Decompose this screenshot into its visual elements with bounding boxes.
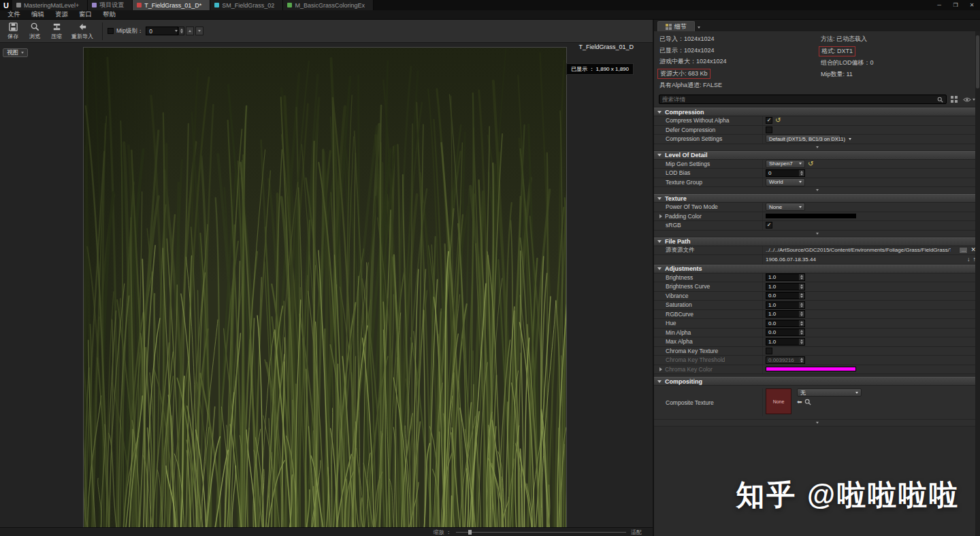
unreal-texture-editor-window: U MasteringMatLevel+ 项目设置 T_FieldGrass_0… [0,0,980,536]
displayed-size-badge: 已显示 ： 1,890 x 1,890 [566,63,634,75]
srgb-checkbox[interactable]: ✓ [766,222,772,229]
tab-texture-fieldgrass[interactable]: T_FieldGrass_01_D* [133,0,210,10]
minimize-icon[interactable]: ─ [931,0,947,10]
tab-overflow-icon[interactable] [698,27,700,29]
padding-color-swatch[interactable] [766,214,856,218]
texture-group-dropdown[interactable]: World [766,178,805,186]
view-options-button[interactable] [962,96,977,103]
section-more-expander[interactable] [654,187,980,194]
compression-settings-dropdown[interactable]: Default (DXT1/5, BC1/3 on DX11) [766,135,840,143]
compress-button[interactable]: 压缩 [46,20,67,42]
collapsed-arrow-icon[interactable] [659,214,662,218]
row-compression-settings: Compression Settings Default (DXT1/5, BC… [654,135,980,144]
zoom-slider[interactable] [456,532,626,533]
tab-mastering-mat-level[interactable]: MasteringMatLevel+ [12,0,88,10]
section-adjustments[interactable]: Adjustments [654,265,980,273]
hue-spinbox[interactable]: 0.0 [766,320,805,327]
menu-edit[interactable]: 编辑 [26,10,50,19]
row-power-of-two-mode: Power Of Two Mode None [654,203,980,212]
row-hue: Hue 0.0 [654,319,980,329]
fit-label[interactable]: 适配 [631,529,642,536]
watermark-text: 知乎 @啦啦啦啦 [736,476,960,514]
lod-bias-spinbox[interactable]: 0 [766,169,805,177]
section-compression[interactable]: Compression [654,107,980,116]
composite-texture-dropdown[interactable]: 无 [797,388,862,397]
rgbcurve-spinbox[interactable]: 1.0 [766,310,805,318]
section-texture[interactable]: Texture [654,194,980,203]
mip-level-spinner[interactable] [178,27,184,35]
chevron-down-icon [816,189,819,191]
export-down-icon[interactable]: ↓ [967,256,970,263]
mip-level-dropdown[interactable]: 0 [146,27,178,35]
min-alpha-spinbox[interactable]: 0.0 [766,329,805,336]
power-of-two-mode-dropdown[interactable]: None [766,203,805,211]
find-in-browser-icon[interactable] [804,399,811,405]
save-button[interactable]: 保存 [2,20,24,42]
section-compositing[interactable]: Compositing [654,377,980,386]
reimport-button[interactable]: 重新导入 [67,20,97,42]
spinner-down-icon [800,324,803,326]
tab-project-settings[interactable]: 项目设置 [88,0,133,10]
chevron-down-icon [799,163,802,165]
browse-button[interactable]: 浏览 [24,20,46,42]
maximize-icon[interactable]: ❒ [947,0,964,10]
search-input[interactable] [662,96,935,103]
spinner-down-icon [800,333,803,335]
source-file-path[interactable]: ../../../ArtSource/GDC2015/Content/Envir… [766,247,951,253]
menu-window[interactable]: 窗口 [74,10,97,19]
tab-staticmesh-fieldgrass[interactable]: SM_FieldGrass_02 [210,0,283,10]
level-icon [16,3,21,7]
reset-to-default-icon[interactable]: ↺ [775,117,781,124]
tab-material-basicgrass[interactable]: M_BasicGrassColoringEx [283,0,374,10]
menu-asset[interactable]: 资源 [50,10,74,19]
reset-to-default-icon[interactable]: ↺ [808,161,813,167]
brightness-spinbox[interactable]: 1.0 [766,273,805,281]
compress-icon [52,22,62,32]
collapsed-arrow-icon[interactable] [659,367,662,371]
max-alpha-spinbox[interactable]: 1.0 [766,338,805,346]
zoom-label: 缩放 ： [434,529,451,536]
brightness-curve-spinbox[interactable]: 1.0 [766,283,805,290]
menu-file[interactable]: 文件 [2,10,26,19]
compress-without-alpha-checkbox[interactable]: ✓ [766,117,772,124]
chevron-down-icon [799,206,802,208]
browse-magnifier-icon [30,22,40,32]
chevron-down-icon [816,422,819,424]
tab-label: 项目设置 [99,1,124,10]
spinner-down-icon [800,361,803,363]
mip-step-up-button[interactable] [186,27,194,35]
mip-level-checkbox[interactable] [108,28,114,34]
chroma-key-texture-checkbox[interactable] [766,348,772,354]
section-file-path[interactable]: File Path [654,237,980,246]
toolbar: 保存 浏览 压缩 [0,20,653,43]
menu-help[interactable]: 帮助 [97,10,121,19]
section-more-expander[interactable] [654,144,980,151]
defer-compression-checkbox[interactable] [766,127,772,133]
saturation-spinbox[interactable]: 1.0 [766,301,805,309]
mip-gen-settings-dropdown[interactable]: Sharpen7 [766,160,805,168]
zoom-slider-handle[interactable] [468,530,472,535]
mip-step-down-button[interactable] [195,27,203,35]
section-more-expander[interactable] [654,420,980,426]
section-level-of-detail[interactable]: Level Of Detail [654,151,980,160]
search-box[interactable] [659,95,947,104]
view-menu-button[interactable]: 视图 [3,48,28,57]
texture-preview[interactable] [83,47,567,528]
row-chroma-key-threshold: Chroma Key Threshold 0.0039216 [654,356,980,365]
chroma-key-color-swatch[interactable] [766,367,856,371]
vibrance-spinbox[interactable]: 0.0 [766,292,805,299]
tab-details[interactable]: 细节 [657,21,695,31]
source-file-timestamp: 1906.06.07-18.35.44 [766,256,816,263]
details-scrollbar[interactable] [975,31,980,536]
row-max-alpha: Max Alpha 1.0 [654,337,980,347]
composite-texture-thumbnail[interactable]: None [766,388,791,414]
scrollbar-thumb[interactable] [976,35,979,88]
spinner-up-icon [800,303,803,305]
browse-path-button[interactable]: … [959,247,968,254]
close-icon[interactable]: ✕ [964,0,980,10]
use-selected-asset-icon[interactable]: ⬅ [797,399,802,405]
property-matrix-button[interactable] [949,95,959,103]
section-more-expander[interactable] [654,231,980,237]
spinner-down-icon [800,342,803,344]
row-chroma-key-color: Chroma Key Color [654,365,980,375]
